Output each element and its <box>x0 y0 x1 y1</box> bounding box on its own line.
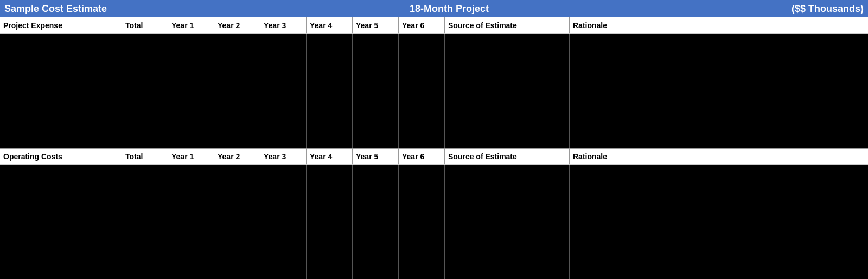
project-year2-header: Year 2 <box>214 17 260 33</box>
project-data-row <box>0 34 868 148</box>
operating-data-year3 <box>260 165 307 280</box>
project-data-year6 <box>399 34 445 148</box>
operating-data-year1 <box>168 165 214 280</box>
operating-header-row: Operating Costs Total Year 1 Year 2 Year… <box>0 148 868 165</box>
operating-year6-header: Year 6 <box>399 149 445 164</box>
project-data-total <box>122 34 168 148</box>
project-data-year1 <box>168 34 214 148</box>
operating-year4-header: Year 4 <box>307 149 353 164</box>
title-bar: Sample Cost Estimate 18-Month Project ($… <box>0 0 868 17</box>
operating-data-year4 <box>307 165 353 280</box>
project-data-area <box>0 34 868 148</box>
project-data-year3 <box>260 34 307 148</box>
operating-data-expense <box>0 165 122 280</box>
page-container: Sample Cost Estimate 18-Month Project ($… <box>0 0 868 279</box>
project-data-expense <box>0 34 122 148</box>
project-year3-header: Year 3 <box>260 17 307 33</box>
operating-data-source <box>445 165 570 280</box>
operating-year5-header: Year 5 <box>353 149 399 164</box>
project-source-header: Source of Estimate <box>445 17 570 33</box>
operating-data-year5 <box>353 165 399 280</box>
operating-data-row <box>0 165 868 280</box>
project-header-row: Project Expense Total Year 1 Year 2 Year… <box>0 17 868 34</box>
operating-data-area <box>0 165 868 280</box>
project-expense-header: Project Expense <box>0 17 122 33</box>
operating-year2-header: Year 2 <box>214 149 260 164</box>
operating-data-year6 <box>399 165 445 280</box>
title-right: ($$ Thousands) <box>792 3 864 15</box>
operating-data-year2 <box>214 165 260 280</box>
operating-expense-header: Operating Costs <box>0 149 122 164</box>
project-year5-header: Year 5 <box>353 17 399 33</box>
operating-total-header: Total <box>122 149 168 164</box>
operating-year1-header: Year 1 <box>168 149 214 164</box>
project-year6-header: Year 6 <box>399 17 445 33</box>
project-data-source <box>445 34 570 148</box>
project-data-rationale <box>570 34 868 148</box>
project-total-header: Total <box>122 17 168 33</box>
project-rationale-header: Rationale <box>570 17 868 33</box>
project-data-year5 <box>353 34 399 148</box>
operating-data-rationale <box>570 165 868 280</box>
operating-data-total <box>122 165 168 280</box>
title-center: 18-Month Project <box>107 3 792 15</box>
project-year4-header: Year 4 <box>307 17 353 33</box>
project-data-year4 <box>307 34 353 148</box>
operating-rationale-header: Rationale <box>570 149 868 164</box>
project-data-year2 <box>214 34 260 148</box>
operating-source-header: Source of Estimate <box>445 149 570 164</box>
title-left: Sample Cost Estimate <box>4 3 107 15</box>
operating-year3-header: Year 3 <box>260 149 307 164</box>
project-year1-header: Year 1 <box>168 17 214 33</box>
